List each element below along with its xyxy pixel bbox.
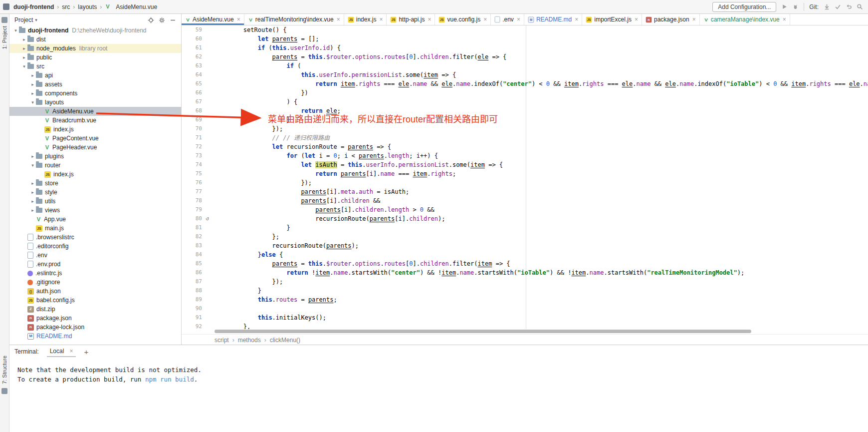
chevron-right-icon[interactable]: ▸ (29, 73, 36, 78)
breadcrumb-item[interactable]: layouts (78, 3, 97, 10)
tree-item-index-js[interactable]: JSindex.js (9, 125, 181, 134)
scrollbar-thumb[interactable] (215, 330, 751, 333)
tab-close-icon[interactable]: × (783, 16, 786, 22)
chevron-down-icon[interactable]: ▾ (29, 163, 36, 168)
tab-close-icon[interactable]: × (483, 16, 487, 22)
tree-item-duoji-frontend[interactable]: ▾duoji-frontendD:\zheheWeb\duoji-fronten… (9, 26, 181, 35)
tree-item-views[interactable]: ▸views (9, 206, 181, 215)
project-stripe-icon[interactable] (1, 17, 7, 23)
tree-item-app-vue[interactable]: VApp.vue (9, 215, 181, 224)
search-icon[interactable] (857, 3, 863, 10)
code-editor[interactable]: 59 setRoute() {60 let parents = [];61 if… (182, 25, 868, 329)
chevron-right-icon[interactable]: ▸ (29, 208, 36, 213)
editor-tabs: VAsideMenu.vue×VrealTimeMonitoring\index… (182, 14, 868, 25)
project-stripe-button[interactable]: 1: Project (1, 26, 7, 49)
tab-close-icon[interactable]: × (337, 16, 340, 22)
tree-item-eslintrc-js[interactable]: .eslintrc.js (9, 269, 181, 278)
chevron-right-icon[interactable]: ▸ (29, 199, 36, 204)
editor-tab[interactable]: npackage.json× (642, 14, 700, 25)
editor-tab[interactable]: .env× (491, 14, 524, 25)
terminal-tab-local[interactable]: Local × (47, 346, 76, 357)
editor-tab[interactable]: MREADME.md× (524, 14, 582, 25)
editor-tab[interactable]: JSimportExcel.js× (582, 14, 642, 25)
editor-tab[interactable]: JShttp-api.js× (387, 14, 435, 25)
tab-close-icon[interactable]: × (692, 16, 696, 22)
tree-item-index-js[interactable]: JSindex.js (9, 170, 181, 179)
breadcrumb-item[interactable]: clickMenu() (270, 337, 300, 344)
tree-item-package-lock-json[interactable]: npackage-lock.json (9, 323, 181, 332)
chevron-right-icon[interactable]: ▸ (29, 91, 36, 96)
new-terminal-button[interactable]: + (84, 348, 88, 356)
tree-item-breadcrumb-vue[interactable]: VBreadcrumb.vue (9, 116, 181, 125)
tab-close-icon[interactable]: × (428, 16, 431, 22)
editor-tab[interactable]: VcameraManage\index.vue× (700, 14, 790, 25)
tree-item-auth-json[interactable]: {}auth.json (9, 287, 181, 296)
chevron-right-icon[interactable]: ▸ (21, 46, 27, 51)
tree-item-asidemenu-vue[interactable]: VAsideMenu.vue (9, 107, 181, 116)
breadcrumb-item[interactable]: script (215, 337, 229, 344)
run-icon[interactable] (781, 3, 788, 10)
breadcrumb-item[interactable]: src (62, 3, 70, 10)
tree-item-readme-md[interactable]: MREADME.md (9, 332, 181, 341)
chevron-right-icon[interactable]: ▸ (29, 154, 36, 159)
chevron-right-icon[interactable]: ▸ (29, 190, 36, 195)
tree-item-main-js[interactable]: JSmain.js (9, 224, 181, 233)
close-icon[interactable]: × (69, 348, 73, 354)
tree-item-style[interactable]: ▸style (9, 188, 181, 197)
favorites-stripe-icon[interactable] (1, 388, 7, 394)
tree-item-store[interactable]: ▸store (9, 179, 181, 188)
chevron-right-icon[interactable]: ▸ (21, 37, 27, 42)
tree-item-api[interactable]: ▸api (9, 71, 181, 80)
breadcrumb-item[interactable]: AsideMenu.vue (116, 3, 157, 10)
tab-close-icon[interactable]: × (635, 16, 638, 22)
breadcrumb-item[interactable]: duoji-frontend (13, 3, 54, 10)
breadcrumb-item[interactable]: methods (238, 337, 261, 344)
tree-item-editorconfig[interactable]: .editorconfig (9, 242, 181, 251)
tree-item-babel-config-js[interactable]: JSbabel.config.js (9, 296, 181, 305)
tab-close-icon[interactable]: × (379, 16, 383, 22)
tree-item-components[interactable]: ▸components (9, 89, 181, 98)
tree-item-assets[interactable]: ▸assets (9, 80, 181, 89)
tree-item-env-prod[interactable]: .env.prod (9, 260, 181, 269)
chevron-down-icon[interactable]: ▾ (21, 64, 27, 69)
commit-icon[interactable] (835, 3, 841, 10)
chevron-right-icon[interactable]: ▸ (29, 181, 36, 186)
tree-item-public[interactable]: ▸public (9, 53, 181, 62)
settings-icon[interactable] (159, 17, 165, 23)
editor-tab[interactable]: VAsideMenu.vue× (182, 14, 244, 25)
horizontal-scrollbar[interactable] (182, 329, 868, 334)
tree-item-env[interactable]: .env (9, 251, 181, 260)
tab-close-icon[interactable]: × (575, 16, 578, 22)
locate-icon[interactable] (148, 17, 154, 23)
editor-tab[interactable]: JSindex.js× (344, 14, 387, 25)
hide-icon[interactable] (170, 17, 176, 23)
chevron-down-icon[interactable]: ▾ (12, 28, 19, 33)
tree-item-layouts[interactable]: ▾layouts (9, 98, 181, 107)
debug-icon[interactable] (792, 3, 799, 10)
tree-item-package-json[interactable]: npackage.json (9, 314, 181, 323)
chevron-down-icon[interactable]: ▾ (29, 100, 36, 105)
tab-close-icon[interactable]: × (237, 16, 240, 22)
tree-item-plugins[interactable]: ▸plugins (9, 152, 181, 161)
chevron-right-icon[interactable]: ▸ (21, 55, 27, 60)
tree-item-src[interactable]: ▾src (9, 62, 181, 71)
structure-stripe-button[interactable]: 7: Structure (1, 356, 7, 384)
revert-icon[interactable] (846, 3, 852, 10)
editor-tab[interactable]: JSvue.config.js× (435, 14, 491, 25)
tree-item-browserslistrc[interactable]: .browserslistrc (9, 233, 181, 242)
add-configuration-button[interactable]: Add Configuration... (712, 2, 776, 12)
tree-item-pageheader-vue[interactable]: VPageHeader.vue (9, 143, 181, 152)
update-icon[interactable] (824, 3, 830, 10)
tree-item-node-modules[interactable]: ▸node_moduleslibrary root (9, 44, 181, 53)
chevron-right-icon[interactable]: ▸ (29, 82, 36, 87)
tree-item-utils[interactable]: ▸utils (9, 197, 181, 206)
editor-tab[interactable]: VrealTimeMonitoring\index.vue× (244, 14, 344, 25)
tree-item-dist[interactable]: ▸dist (9, 35, 181, 44)
tree-item-pagecontent-vue[interactable]: VPageContent.vue (9, 134, 181, 143)
tree-item-gitignore[interactable]: .gitignore (9, 278, 181, 287)
project-view-selector[interactable]: Project ▾ (14, 16, 37, 23)
terminal-output[interactable]: Note that the development build is not o… (9, 358, 868, 384)
tree-item-dist-zip[interactable]: Zdist.zip (9, 305, 181, 314)
tab-close-icon[interactable]: × (517, 16, 520, 22)
tree-item-router[interactable]: ▾router (9, 161, 181, 170)
